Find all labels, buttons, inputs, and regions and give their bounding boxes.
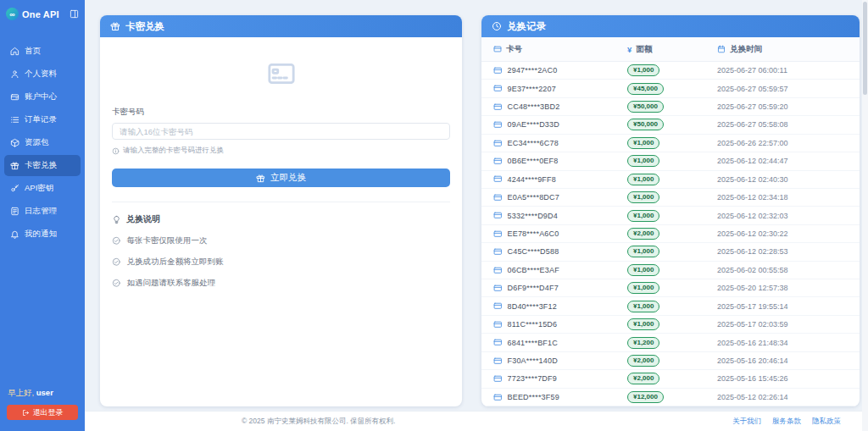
amount-cell: ¥12,000 xyxy=(627,391,717,403)
card-icon xyxy=(493,301,503,311)
amount-cell: ¥50,000 xyxy=(627,119,717,130)
table-row: 0B6E****0EF8 ¥1,000 2025-06-12 02:44:47 xyxy=(481,152,860,170)
sidebar: ∞ One API 首页 个人资料 账户中心 订单记录 xyxy=(0,0,85,431)
amount-cell: ¥1,000 xyxy=(627,264,717,276)
amount-badge: ¥2,000 xyxy=(627,228,659,240)
wallet-icon xyxy=(10,92,19,102)
card-number-cell: E0A5****8DC7 xyxy=(493,193,627,202)
instruction-item: 每张卡密仅限使用一次 xyxy=(112,235,450,246)
amount-badge: ¥1,000 xyxy=(627,174,659,185)
time-cell: 2025-06-27 05:58:08 xyxy=(717,120,848,129)
brand-name: One API xyxy=(22,9,66,19)
footer-links: 关于我们 服务条款 隐私政策 xyxy=(732,417,841,427)
card-number-cell: 06CB****E3AF xyxy=(493,266,627,275)
amount-cell: ¥1,000 xyxy=(627,155,717,167)
amount-badge: ¥1,000 xyxy=(627,155,659,167)
logout-icon xyxy=(22,409,30,417)
footer-link[interactable]: 隐私政策 xyxy=(812,417,841,427)
time-cell: 2025-06-27 05:59:57 xyxy=(717,85,848,93)
divider xyxy=(112,202,450,202)
table-row: CC48****3BD2 ¥50,000 2025-06-27 05:59:20 xyxy=(481,98,860,116)
records-table-body: 2947****2AC0 ¥1,000 2025-06-27 06:00:11 … xyxy=(481,62,860,406)
time-cell: 2025-05-16 21:48:34 xyxy=(717,339,848,347)
logout-button[interactable]: 退出登录 xyxy=(7,405,78,420)
time-cell: 2025-05-20 12:57:38 xyxy=(717,284,848,292)
sidebar-item[interactable]: 首页 xyxy=(4,41,81,62)
time-cell: 2025-06-12 02:40:30 xyxy=(717,175,848,184)
amount-badge: ¥2,000 xyxy=(627,373,659,384)
orders-icon xyxy=(10,115,19,124)
logs-icon xyxy=(10,207,19,216)
sidebar-item[interactable]: 账户中心 xyxy=(4,86,81,108)
footer-link[interactable]: 关于我们 xyxy=(732,417,761,427)
sidebar-item[interactable]: API密钥 xyxy=(4,178,81,199)
time-cell: 2025-06-12 02:30:22 xyxy=(717,229,848,238)
page-scrollbar[interactable] xyxy=(862,0,868,431)
sidebar-item-label: API密钥 xyxy=(25,183,53,194)
username: user xyxy=(36,388,53,397)
bulb-icon xyxy=(112,215,121,224)
amount-cell: ¥1,000 xyxy=(627,64,717,76)
time-cell: 2025-06-12 02:34:18 xyxy=(717,193,848,202)
card-code-input[interactable] xyxy=(112,123,450,140)
gift-icon xyxy=(110,21,120,31)
amount-badge: ¥50,000 xyxy=(627,119,664,130)
greeting-text: 早上好, user xyxy=(0,388,85,405)
amount-badge: ¥1,000 xyxy=(627,282,659,294)
sidebar-nav: 首页 个人资料 账户中心 订单记录 资源包 xyxy=(0,39,85,388)
amount-badge: ¥12,000 xyxy=(627,391,664,403)
greeting-prefix: 早上好, xyxy=(8,388,34,397)
sidebar-item-label: 我的通知 xyxy=(25,229,57,240)
column-amount: ¥ 面额 xyxy=(627,44,717,55)
brand: ∞ One API xyxy=(0,0,85,27)
collapse-sidebar-icon[interactable] xyxy=(70,9,79,19)
redeem-panel-header: 卡密兑换 xyxy=(100,15,462,37)
clock-icon xyxy=(492,21,502,31)
redeem-submit-button[interactable]: 立即兑换 xyxy=(112,169,450,187)
instruction-text: 每张卡密仅限使用一次 xyxy=(127,235,208,246)
amount-cell: ¥1,000 xyxy=(627,301,717,312)
sidebar-item[interactable]: 我的通知 xyxy=(4,224,81,245)
time-cell: 2025-05-17 19:55:14 xyxy=(717,302,848,311)
table-row: 5332****D9D4 ¥1,000 2025-06-12 02:32:03 xyxy=(481,207,860,224)
instruction-text: 如遇问题请联系客服处理 xyxy=(127,278,216,289)
amount-cell: ¥45,000 xyxy=(627,83,717,95)
time-cell: 2025-06-02 00:55:58 xyxy=(717,266,848,274)
sidebar-item[interactable]: 卡密兑换 xyxy=(4,155,81,176)
scrollbar-thumb[interactable] xyxy=(863,2,867,95)
amount-badge: ¥1,000 xyxy=(627,191,659,203)
records-panel-title: 兑换记录 xyxy=(507,20,546,33)
amount-badge: ¥1,000 xyxy=(627,318,659,330)
amount-badge: ¥2,000 xyxy=(627,355,659,367)
sidebar-item-label: 个人资料 xyxy=(25,69,57,80)
sidebar-item[interactable]: 订单记录 xyxy=(4,109,81,130)
card-icon xyxy=(493,338,503,347)
table-row: EC34****6C78 ¥1,000 2025-06-26 22:57:00 xyxy=(481,135,860,152)
table-row: EE78****A6C0 ¥2,000 2025-06-12 02:30:22 xyxy=(481,225,860,243)
footer-link[interactable]: 服务条款 xyxy=(772,417,801,427)
table-row: 9E37****2207 ¥45,000 2025-06-27 05:59:57 xyxy=(481,80,860,97)
footer: © 2025 南宁史莱姆科技有限公司. 保留所有权利. 关于我们 服务条款 隐私… xyxy=(85,411,868,431)
card-icon xyxy=(493,247,503,257)
amount-cell: ¥1,000 xyxy=(627,210,717,222)
info-icon xyxy=(112,147,120,155)
table-row: 2947****2AC0 ¥1,000 2025-06-27 06:00:11 xyxy=(481,62,860,80)
table-row: 8D40****3F12 ¥1,000 2025-05-17 19:55:14 xyxy=(481,297,860,315)
card-icon xyxy=(493,84,503,93)
card-number-cell: 09AE****D33D xyxy=(493,120,627,130)
gift-icon xyxy=(256,174,265,183)
sidebar-item[interactable]: 日志管理 xyxy=(4,201,81,222)
amount-badge: ¥45,000 xyxy=(627,83,664,95)
time-cell: 2025-06-27 05:59:20 xyxy=(717,102,848,111)
sidebar-item[interactable]: 资源包 xyxy=(4,132,81,153)
card-number-cell: EC34****6C78 xyxy=(493,139,627,148)
amount-cell: ¥2,000 xyxy=(627,228,717,240)
logout-label: 退出登录 xyxy=(33,407,64,418)
card-number-cell: CC48****3BD2 xyxy=(493,102,627,112)
bell-icon xyxy=(10,229,19,239)
card-number-cell: D6F9****D4F7 xyxy=(493,284,627,293)
time-cell: 2025-05-12 02:26:14 xyxy=(717,393,848,401)
amount-cell: ¥1,000 xyxy=(627,191,717,203)
sidebar-item[interactable]: 个人资料 xyxy=(4,64,81,85)
amount-cell: ¥2,000 xyxy=(627,373,717,384)
